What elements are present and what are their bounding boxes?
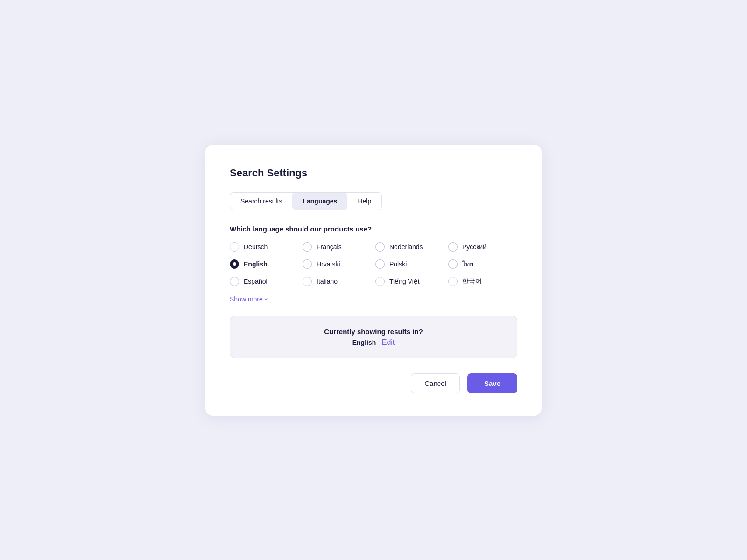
language-label-korean: 한국어: [462, 277, 482, 286]
radio-tiengviet: [375, 277, 385, 286]
language-option-nederlands[interactable]: Nederlands: [375, 242, 444, 252]
radio-italiano: [303, 277, 312, 286]
radio-francais: [303, 242, 312, 252]
tab-search-results[interactable]: Search results: [230, 193, 292, 210]
language-section-question: Which language should our products use?: [230, 225, 517, 233]
language-label-hrvatski: Hrvatski: [317, 260, 340, 268]
language-option-italiano[interactable]: Italiano: [303, 277, 372, 286]
radio-deutsch: [230, 242, 239, 252]
language-option-russkiy[interactable]: Русский: [448, 242, 517, 252]
show-more-button[interactable]: Show more ›: [230, 295, 268, 303]
save-button[interactable]: Save: [467, 373, 517, 393]
cancel-button[interactable]: Cancel: [411, 373, 460, 393]
current-results-language: English: [352, 339, 376, 346]
tab-help[interactable]: Help: [347, 193, 381, 210]
show-more-label: Show more: [230, 295, 263, 303]
search-settings-modal: Search Settings Search results Languages…: [205, 145, 542, 416]
radio-nederlands: [375, 242, 385, 252]
language-label-nederlands: Nederlands: [389, 243, 423, 251]
language-option-english[interactable]: English: [230, 259, 299, 269]
modal-title: Search Settings: [230, 167, 517, 179]
language-option-espanol[interactable]: Español: [230, 277, 299, 286]
radio-korean: [448, 277, 458, 286]
language-label-deutsch: Deutsch: [244, 243, 268, 251]
language-option-francais[interactable]: Français: [303, 242, 372, 252]
radio-espanol: [230, 277, 239, 286]
language-option-hrvatski[interactable]: Hrvatski: [303, 259, 372, 269]
radio-thai: [448, 259, 458, 269]
language-option-thai[interactable]: ไทย: [448, 259, 517, 269]
language-label-francais: Français: [317, 243, 342, 251]
language-label-thai: ไทย: [462, 259, 473, 269]
chevron-down-icon: ›: [263, 298, 270, 300]
language-grid: Deutsch Français Nederlands Русский Engl…: [230, 242, 517, 286]
radio-english: [230, 259, 239, 269]
footer-buttons: Cancel Save: [230, 373, 517, 393]
edit-language-link[interactable]: Edit: [382, 338, 395, 346]
language-label-polski: Polski: [389, 260, 407, 268]
language-option-deutsch[interactable]: Deutsch: [230, 242, 299, 252]
language-option-polski[interactable]: Polski: [375, 259, 444, 269]
current-results-box: Currently showing results in? English Ed…: [230, 316, 517, 358]
language-option-korean[interactable]: 한국어: [448, 277, 517, 286]
language-label-italiano: Italiano: [317, 278, 338, 285]
tab-languages[interactable]: Languages: [292, 193, 347, 210]
language-label-english: English: [244, 260, 268, 268]
language-label-tiengviet: Tiếng Việt: [389, 278, 420, 285]
current-results-title: Currently showing results in?: [240, 328, 507, 336]
radio-hrvatski: [303, 259, 312, 269]
language-label-russkiy: Русский: [462, 243, 486, 251]
radio-russkiy: [448, 242, 458, 252]
radio-polski: [375, 259, 385, 269]
tab-bar: Search results Languages Help: [230, 192, 382, 210]
language-option-tiengviet[interactable]: Tiếng Việt: [375, 277, 444, 286]
language-label-espanol: Español: [244, 278, 268, 285]
